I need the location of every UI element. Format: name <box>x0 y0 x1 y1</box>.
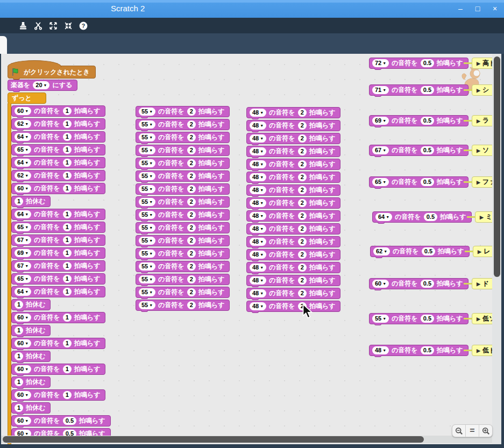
beats-input[interactable]: 2 <box>187 275 196 283</box>
play-note-block[interactable]: 60▼ の音符を 1 拍鳴らす <box>11 105 105 117</box>
play-note-block[interactable]: 55▼ の音符を 2 拍鳴らす <box>136 287 230 298</box>
beats-input[interactable]: 0.5 <box>421 315 434 323</box>
note-dropdown[interactable]: 48▼ <box>250 289 266 297</box>
beats-input[interactable]: 2 <box>187 250 196 258</box>
play-note-block[interactable]: 48▼ の音符を 2 拍鳴らす <box>246 223 340 234</box>
note-dropdown[interactable]: 60▼ <box>15 184 31 193</box>
note-dropdown[interactable]: 72▼ <box>372 59 389 67</box>
note-dropdown[interactable]: 71▼ <box>372 86 389 94</box>
beats-input[interactable]: 2 <box>298 212 307 220</box>
note-dropdown[interactable]: 65▼ <box>15 223 31 231</box>
beats-input[interactable]: 2 <box>187 237 196 245</box>
play-note-block[interactable]: 60▼ の音符を 1 拍鳴らす <box>11 389 105 401</box>
play-note-block[interactable]: 60▼ の音符を 1 拍鳴らす <box>11 364 105 375</box>
note-dropdown[interactable]: 55▼ <box>139 262 155 271</box>
play-note-block[interactable]: 55▼ の音符を 2 拍鳴らす <box>136 106 230 117</box>
grow-icon[interactable] <box>48 20 58 31</box>
note-dropdown[interactable]: 62▼ <box>373 247 390 255</box>
beats-input[interactable]: 0.5 <box>63 417 76 425</box>
beats-input[interactable]: 2 <box>187 185 196 193</box>
play-note-block[interactable]: 55▼ の音符を 2 拍鳴らす <box>136 119 230 130</box>
beats-input[interactable]: 2 <box>298 109 307 117</box>
play-note-block[interactable]: 65▼ の音符を 1 拍鳴らす <box>11 222 105 233</box>
beats-input[interactable]: 1 <box>63 133 72 141</box>
note-dropdown[interactable]: 48▼ <box>250 212 266 220</box>
note-dropdown[interactable]: 69▼ <box>15 249 31 257</box>
play-note-block[interactable]: 65▼ の音符を 1 拍鳴らす <box>11 144 105 155</box>
note-dropdown[interactable]: 48▼ <box>250 264 266 272</box>
play-note-block[interactable]: 48▼ の音符を 2 拍鳴らす <box>246 184 340 196</box>
note-dropdown[interactable]: 55▼ <box>139 224 155 232</box>
note-dropdown[interactable]: 55▼ <box>139 237 155 245</box>
beats-input[interactable]: 1 <box>63 275 72 283</box>
note-dropdown[interactable]: 55▼ <box>372 315 389 323</box>
minimize-button[interactable]: – <box>456 3 465 14</box>
comment-expand-icon[interactable]: ▶ <box>477 180 480 185</box>
note-dropdown[interactable]: 48▼ <box>250 225 266 233</box>
note-dropdown[interactable]: 60▼ <box>15 339 31 347</box>
note-dropdown[interactable]: 48▼ <box>250 173 266 181</box>
beats-input[interactable]: 1 <box>63 172 72 180</box>
play-note-block[interactable]: 48▼ の音符を 2 拍鳴らす <box>246 146 340 157</box>
beats-input[interactable]: 0.5 <box>421 178 434 186</box>
beats-input[interactable]: 2 <box>298 160 307 168</box>
set-instrument-block[interactable]: 楽器を 20▼ にする <box>8 80 77 91</box>
note-dropdown[interactable]: 60▼ <box>15 107 31 115</box>
collapsed-comment[interactable]: ▶ソ <box>472 145 494 156</box>
beats-input[interactable]: 0.5 <box>421 86 434 94</box>
play-note-block[interactable]: 55▼ の音符を 2 拍鳴らす <box>136 274 230 285</box>
beats-input[interactable]: 2 <box>187 108 196 116</box>
beats-input[interactable]: 2 <box>187 198 196 206</box>
play-note-block[interactable]: 65▼ の音符を 0.5 拍鳴らす <box>369 176 468 188</box>
note-dropdown[interactable]: 55▼ <box>139 288 155 296</box>
rest-beats-block[interactable]: 1 拍休む <box>11 376 51 388</box>
horizontal-scrollbar-thumb[interactable] <box>3 436 424 443</box>
rest-beats-input[interactable]: 1 <box>15 378 23 386</box>
rest-beats-block[interactable]: 1 拍休む <box>11 351 51 362</box>
note-dropdown[interactable]: 64▼ <box>15 288 31 296</box>
play-note-block[interactable]: 55▼ の音符を 2 拍鳴らす <box>136 158 230 169</box>
beats-input[interactable]: 2 <box>187 159 196 167</box>
note-dropdown[interactable]: 48▼ <box>250 186 266 194</box>
beats-input[interactable]: 1 <box>63 339 72 347</box>
comment-expand-icon[interactable]: ▶ <box>477 118 480 124</box>
note-dropdown[interactable]: 65▼ <box>15 275 31 283</box>
beats-input[interactable]: 0.5 <box>424 213 437 221</box>
play-note-block[interactable]: 55▼ の音符を 2 拍鳴らす <box>136 145 230 156</box>
play-note-block[interactable]: 48▼ の音符を 2 拍鳴らす <box>246 197 340 209</box>
rest-beats-block[interactable]: 1 拍休む <box>11 402 51 414</box>
note-dropdown[interactable]: 67▼ <box>372 146 389 154</box>
help-icon[interactable]: ? <box>78 20 88 31</box>
collapsed-comment[interactable]: ▶ラ <box>472 115 494 126</box>
note-dropdown[interactable]: 48▼ <box>250 147 266 155</box>
play-note-block[interactable]: 48▼ の音符を 2 拍鳴らす <box>246 133 340 144</box>
play-note-block[interactable]: 55▼ の音符を 2 拍鳴らす <box>136 248 230 259</box>
play-note-block[interactable]: 64▼ の音符を 0.5 拍鳴らす <box>372 211 472 223</box>
close-button[interactable]: × <box>490 3 500 14</box>
comment-expand-icon[interactable]: ▶ <box>477 316 480 322</box>
forever-block[interactable]: ずっと <box>8 93 46 104</box>
beats-input[interactable]: 2 <box>187 146 196 154</box>
note-dropdown[interactable]: 48▼ <box>250 302 266 310</box>
comment-expand-icon[interactable]: ▶ <box>477 348 480 353</box>
note-dropdown[interactable]: 55▼ <box>139 198 155 206</box>
note-dropdown[interactable]: 62▼ <box>15 120 31 128</box>
play-note-block[interactable]: 48▼ の音符を 2 拍鳴らす <box>246 210 340 222</box>
play-note-block[interactable]: 55▼ の音符を 2 拍鳴らす <box>136 222 230 233</box>
play-note-block[interactable]: 64▼ の音符を 1 拍鳴らす <box>11 157 105 168</box>
note-dropdown[interactable]: 48▼ <box>250 134 266 143</box>
note-dropdown[interactable]: 60▼ <box>372 280 389 288</box>
note-dropdown[interactable]: 55▼ <box>139 185 155 193</box>
beats-input[interactable]: 2 <box>187 262 196 271</box>
beats-input[interactable]: 1 <box>63 365 72 373</box>
beats-input[interactable]: 1 <box>63 184 72 193</box>
scripts-canvas[interactable]: がクリックされたとき 楽器を 20▼ にする ずっと 60▼ の音符を 1 拍鳴… <box>1 54 501 444</box>
comment-expand-icon[interactable]: ▶ <box>477 61 480 66</box>
scissors-icon[interactable] <box>33 20 43 31</box>
play-note-block[interactable]: 55▼ の音符を 2 拍鳴らす <box>136 132 230 143</box>
beats-input[interactable]: 2 <box>187 301 196 309</box>
beats-input[interactable]: 0.5 <box>421 280 434 288</box>
instrument-dropdown[interactable]: 20▼ <box>33 81 49 89</box>
rest-beats-input[interactable]: 1 <box>15 197 23 205</box>
beats-input[interactable]: 2 <box>298 147 307 155</box>
